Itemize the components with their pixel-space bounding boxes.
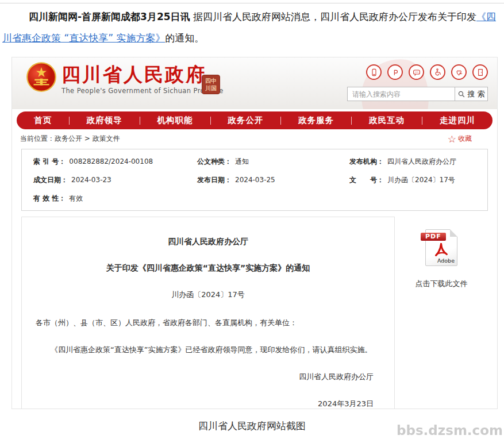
- nav-separator: [280, 117, 281, 125]
- document-issuer: 四川省人民政府办公厅: [36, 237, 380, 247]
- adobe-brand-label: Adobe: [437, 257, 455, 264]
- nav-item-home[interactable]: 首页: [34, 115, 52, 126]
- favorite-label: 收藏: [458, 134, 472, 144]
- document-signature: 四川省人民政府办公厅: [36, 372, 380, 382]
- login-door-icon[interactable]: [472, 64, 488, 80]
- site-header: 四川省人民政府 The People's Government of Sichu…: [12, 57, 497, 109]
- document-metadata: 索 引 号：008282882/2024-00108 公文种类：通知 发布机构：…: [21, 149, 488, 211]
- pdf-download-link[interactable]: 点击下载此文件: [395, 279, 488, 289]
- nav-item-disclosure[interactable]: 政务公开: [228, 115, 263, 126]
- message-consult-icon[interactable]: [409, 64, 424, 80]
- meta-publish-date: 发布日期：2024-03-25: [197, 175, 349, 185]
- search-button-label: 搜 索: [467, 89, 484, 99]
- document-date: 2024年3月23日: [36, 399, 380, 409]
- favorite-button[interactable]: ☆ 收藏: [448, 134, 472, 144]
- mobile-version-icon[interactable]: [366, 64, 382, 80]
- news-text-before-link: 据四川省人民政府网站消息，四川省人民政府办公厅发布关于印发: [190, 11, 476, 22]
- document-title: 关于印发《四川省惠企政策“直达快享”实施方案》的通知: [36, 263, 380, 274]
- document-section: 四川省人民政府办公厅 关于印发《四川省惠企政策“直达快享”实施方案》的通知 川办…: [21, 217, 488, 409]
- site-title: 四川省人民政府: [61, 64, 224, 85]
- pdf-download-area: PDF Adobe 点击下载此文件: [395, 217, 488, 289]
- meta-index-number: 索 引 号：008282882/2024-00108: [33, 157, 197, 167]
- main-nav: 首页 政府领导 机构职能 政务公开 政务服务 政民互动 走进四川: [17, 111, 493, 129]
- nav-separator: [210, 117, 211, 125]
- nav-item-services[interactable]: 政务服务: [298, 115, 334, 126]
- breadcrumb-bar: 当前位置：政务公开 > 政策文件 ☆ 收藏: [12, 129, 497, 147]
- search-button[interactable]: 搜 索: [455, 87, 488, 101]
- meta-validity: 有 效 性：有效: [33, 194, 197, 203]
- news-text-after-link: 的通知。: [165, 32, 204, 44]
- nav-item-functions[interactable]: 机构职能: [157, 115, 193, 126]
- meta-doc-type: 公文种类：通知: [197, 157, 349, 167]
- nav-separator: [140, 117, 140, 125]
- nav-separator: [422, 117, 422, 125]
- pdf-file-icon[interactable]: PDF Adobe: [425, 229, 457, 266]
- meta-doc-number: 文 号：川办函〔2024〕17号: [349, 175, 476, 185]
- nav-separator: [351, 117, 352, 125]
- search-input[interactable]: [347, 87, 455, 101]
- national-emblem-icon: [26, 61, 57, 95]
- watermark: bbs.dzsm.com: [397, 423, 503, 438]
- nav-separator: [69, 117, 70, 125]
- news-paragraph: 四川新闻网-首屏新闻成都3月25日讯 据四川省人民政府网站消息，四川省人民政府办…: [0, 3, 504, 49]
- accessibility-icon[interactable]: [430, 64, 445, 80]
- document-paragraph: 《四川省惠企政策“直达快享”实施方案》已经省政府领导同意，现印发给你们，请认真组…: [36, 345, 380, 355]
- nav-item-leaders[interactable]: 政府领导: [87, 115, 122, 126]
- wechat-account-icon[interactable]: [387, 64, 403, 80]
- document-salutation: 各市（州）、县（市、区）人民政府，省政府各部门、各直属机构，有关单位：: [36, 318, 380, 328]
- nav-item-about-sichuan[interactable]: 走进四川: [440, 115, 475, 126]
- elderly-care-icon[interactable]: [451, 64, 467, 80]
- nav-item-interaction[interactable]: 政民互动: [369, 115, 405, 126]
- meta-written-date: 成文日期：2024-03-23: [33, 175, 197, 185]
- site-title-english: The People's Government of Sichuan Provi…: [61, 87, 224, 95]
- page-fold-corner: [450, 229, 457, 237]
- site-search: 搜 索: [347, 87, 488, 101]
- site-logo[interactable]: 四川省人民政府 The People's Government of Sichu…: [61, 64, 224, 95]
- sichuan-seal-icon: 四中 川国: [202, 75, 220, 94]
- pdf-badge: PDF: [421, 233, 446, 241]
- news-lead: 四川新闻网-首屏新闻成都3月25日讯: [29, 11, 190, 22]
- meta-issuing-agency: 发布机构：四川省人民政府办公厅: [349, 157, 476, 167]
- document-number: 川办函〔2024〕17号: [36, 290, 380, 300]
- search-icon: [457, 90, 465, 98]
- breadcrumb[interactable]: 当前位置：政务公开 > 政策文件: [20, 134, 120, 144]
- document-body: 四川省人民政府办公厅 关于印发《四川省惠企政策“直达快享”实施方案》的通知 川办…: [21, 217, 395, 409]
- header-quick-icons: [366, 64, 488, 80]
- star-icon: ☆: [448, 135, 456, 143]
- gov-site-screenshot: 四川省人民政府 The People's Government of Sichu…: [11, 57, 498, 409]
